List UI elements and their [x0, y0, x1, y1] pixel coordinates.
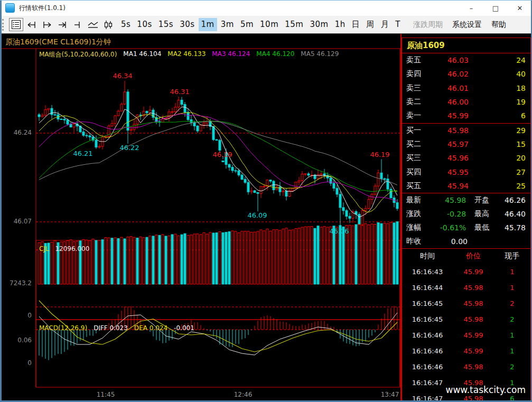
axis-label: 7243.2: [1, 279, 32, 287]
volume-indicator-value: 12096.000: [55, 245, 89, 253]
price-annotation: 46.19: [370, 151, 389, 158]
stats-value: -0.28: [433, 210, 466, 218]
stats-label: 最高: [466, 209, 505, 219]
book-row[interactable]: 买五45.9425: [402, 179, 530, 193]
book-row-vol: 6: [469, 111, 530, 120]
trade-time: 16:16:45: [402, 315, 453, 323]
line-chart-icon[interactable]: [86, 18, 100, 31]
period-10s[interactable]: 10s: [134, 18, 154, 31]
book-row-vol: 24: [469, 56, 530, 64]
legend-item: DEA 0.024: [134, 324, 167, 332]
stats-value: -0.61%: [433, 223, 466, 232]
legend-item: MA5 46.129: [301, 50, 339, 59]
stats-value: 45.78: [505, 223, 530, 232]
period-T[interactable]: T: [393, 18, 403, 31]
close-button[interactable]: ✕: [508, 0, 532, 16]
candlestick-glyph: [103, 20, 114, 30]
book-row-price: 45.95: [436, 168, 469, 176]
list-icon[interactable]: [9, 18, 23, 31]
window-controls: – □ ✕: [459, 0, 532, 16]
period-15s[interactable]: 15s: [156, 18, 176, 31]
period-10m[interactable]: 10m: [257, 18, 281, 31]
trade-price: 45.98: [453, 363, 494, 371]
legend-item: MA组合(5,10,20,40,60,0): [39, 50, 117, 59]
menu-settings[interactable]: 系统设置: [452, 20, 482, 30]
bar-left-icon[interactable]: [70, 18, 85, 31]
chart-region: 原油1609(CME CL1609)1分钟 MA组合(5,10,20,40,60…: [0, 34, 400, 402]
chart-canvas[interactable]: [0, 34, 400, 402]
book-row[interactable]: 买一45.9829: [402, 124, 530, 137]
time-axis-label: 13:47: [381, 391, 399, 398]
maximize-button[interactable]: □: [483, 0, 508, 16]
period-30s[interactable]: 30s: [177, 18, 197, 31]
trade-row: 16:16:4545.982: [402, 295, 530, 311]
order-book: 卖五46.0324卖四46.0240卖三46.0118卖二46.0019卖一45…: [402, 53, 531, 193]
period-5m[interactable]: 5m: [238, 18, 256, 31]
book-row-vol: 29: [469, 126, 530, 135]
stats-label: 开盘: [466, 195, 505, 205]
period-1m[interactable]: 1m: [199, 18, 217, 31]
period-5s[interactable]: 5s: [118, 18, 133, 31]
book-row[interactable]: 买四45.9527: [402, 165, 530, 179]
trade-time: 16:16:46: [402, 363, 453, 371]
menu-help[interactable]: 帮助: [491, 20, 506, 30]
toolbar-grip[interactable]: [2, 19, 5, 31]
book-row-price: 45.98: [436, 126, 469, 135]
trade-vol: 1: [494, 347, 530, 355]
book-row-price: 46.00: [436, 98, 469, 106]
volume-indicator-label: CJL: [39, 245, 49, 253]
book-row[interactable]: 卖二46.0019: [402, 95, 530, 109]
period-1h[interactable]: 1h: [332, 18, 348, 31]
book-row[interactable]: 卖五46.0324: [402, 53, 530, 67]
book-row[interactable]: 卖四46.0240: [402, 67, 530, 81]
stats-row: 涨幅-0.61%最低45.78: [402, 221, 530, 235]
app-window: 行情软件(1.0.1) – □ ✕: [0, 0, 532, 402]
stats-label: 涨跌: [402, 209, 433, 219]
arrow-right-bar-glyph: [57, 21, 68, 29]
arrow-right-bar-icon[interactable]: [55, 18, 69, 31]
legend-item: MA1 46.104: [123, 50, 161, 59]
stats-label: 最低: [466, 223, 505, 232]
book-row[interactable]: 买二45.9715: [402, 137, 530, 151]
price-annotation: 46.34: [113, 72, 132, 80]
book-row-vol: 27: [469, 168, 530, 176]
book-row-vol: 15: [469, 140, 530, 148]
book-row[interactable]: 买三45.9620: [402, 151, 530, 165]
line-chart-glyph: [87, 21, 99, 29]
time-axis-label: 12:46: [234, 391, 253, 398]
trade-row: 16:16:4545.982: [402, 311, 530, 327]
period-日[interactable]: 日: [349, 18, 363, 31]
book-row-vol: 40: [469, 70, 530, 78]
book-row[interactable]: 卖三46.0118: [402, 81, 530, 95]
period-15m[interactable]: 15m: [282, 18, 306, 31]
book-row-label: 买一: [402, 126, 436, 135]
trade-time: 16:16:46: [402, 347, 453, 355]
trade-vol: 1: [494, 284, 530, 292]
legend-item: MACD(12,26,9): [39, 324, 87, 332]
menu-cycle[interactable]: 涨跌周期: [413, 20, 443, 30]
arrow-left-bar-icon[interactable]: [24, 18, 39, 31]
period-30m[interactable]: 30m: [307, 18, 331, 31]
book-row-label: 卖三: [402, 83, 436, 93]
period-月[interactable]: 月: [378, 18, 392, 31]
period-3m[interactable]: 3m: [218, 18, 237, 31]
stats-value: 46.26: [505, 196, 530, 204]
price-annotation: 46.09: [247, 211, 267, 219]
book-row-price: 45.99: [436, 111, 469, 120]
bar-arrow-right-icon[interactable]: [40, 18, 54, 31]
price-annotation: 46.22: [119, 144, 139, 152]
period-周[interactable]: 周: [363, 18, 377, 31]
candlestick-icon[interactable]: [101, 18, 115, 31]
trade-price: 45.98: [453, 315, 494, 323]
minimize-button[interactable]: –: [459, 0, 483, 16]
price-annotation: 46.31: [170, 88, 189, 96]
trade-price: 45.99: [453, 347, 494, 355]
book-row-label: 买三: [402, 153, 436, 163]
trade-rows: 16:16:4345.99116:16:4445.98116:16:4545.9…: [402, 264, 530, 401]
window-title: 行情软件(1.0.1): [19, 4, 66, 13]
trade-list-header: 时间 价位 现手: [402, 249, 530, 264]
trade-vol: 2: [494, 315, 530, 323]
titlebar: 行情软件(1.0.1) – □ ✕: [0, 0, 532, 16]
book-row[interactable]: 卖一45.996: [402, 109, 530, 123]
legend-item: MA4 46.120: [256, 50, 294, 59]
